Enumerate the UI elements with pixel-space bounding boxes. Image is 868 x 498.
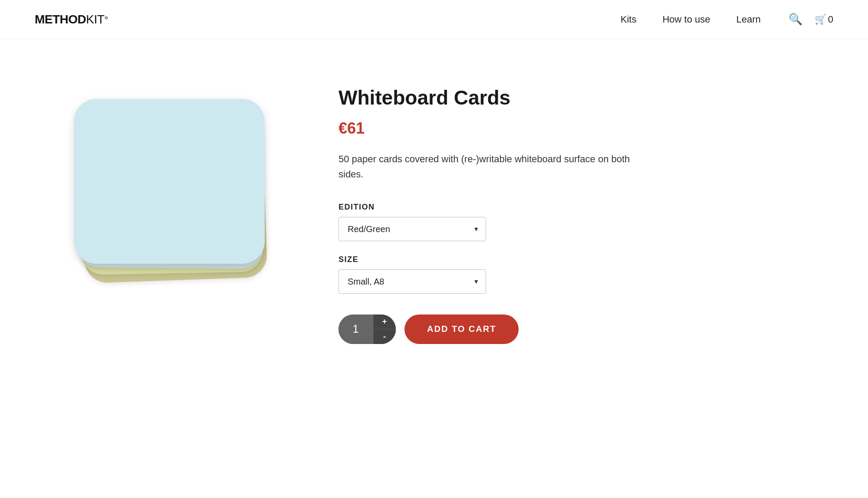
add-to-cart-button[interactable]: ADD TO CART bbox=[404, 315, 519, 344]
edition-label: EDITION bbox=[339, 203, 668, 212]
cart-count: 0 bbox=[828, 14, 833, 25]
add-to-cart-area: 1 + - ADD TO CART bbox=[339, 315, 668, 344]
minus-icon: - bbox=[383, 333, 386, 341]
card-layer-1 bbox=[74, 99, 265, 264]
search-button[interactable]: 🔍 bbox=[787, 11, 804, 28]
nav-kits[interactable]: Kits bbox=[621, 14, 637, 25]
nav-icons: 🔍 🛒 0 bbox=[787, 11, 833, 28]
product-title: Whiteboard Cards bbox=[339, 87, 668, 109]
site-logo[interactable]: METHODKIT° bbox=[35, 13, 108, 26]
quantity-buttons: + - bbox=[373, 315, 396, 344]
site-header: METHODKIT° Kits How to use Learn 🔍 🛒 0 bbox=[0, 0, 868, 39]
quantity-control: 1 + - bbox=[339, 315, 396, 344]
size-select[interactable]: Small, A8 Medium, A6 Large, A4 bbox=[339, 269, 486, 294]
quantity-decrease-button[interactable]: - bbox=[373, 329, 396, 344]
product-image-area bbox=[52, 74, 295, 291]
size-label: SIZE bbox=[339, 255, 668, 264]
main-nav: Kits How to use Learn 🔍 🛒 0 bbox=[621, 11, 833, 28]
main-content: Whiteboard Cards €61 50 paper cards cove… bbox=[0, 39, 781, 379]
plus-icon: + bbox=[382, 318, 387, 325]
product-image bbox=[74, 91, 273, 273]
edition-option-group: EDITION Red/Green Blue/Yellow Black/Whit… bbox=[339, 203, 668, 241]
logo-bold: METHOD bbox=[35, 13, 86, 26]
edition-select[interactable]: Red/Green Blue/Yellow Black/White bbox=[339, 217, 486, 241]
size-option-group: SIZE Small, A8 Medium, A6 Large, A4 ▼ bbox=[339, 255, 668, 294]
product-price: €61 bbox=[339, 119, 668, 138]
cart-icon: 🛒 bbox=[815, 14, 826, 25]
product-info: Whiteboard Cards €61 50 paper cards cove… bbox=[339, 74, 668, 344]
quantity-display: 1 bbox=[339, 315, 373, 344]
nav-how-to-use[interactable]: How to use bbox=[662, 14, 710, 25]
size-select-wrapper: Small, A8 Medium, A6 Large, A4 ▼ bbox=[339, 269, 486, 294]
quantity-increase-button[interactable]: + bbox=[373, 315, 396, 329]
cart-button[interactable]: 🛒 0 bbox=[815, 14, 833, 25]
nav-learn[interactable]: Learn bbox=[736, 14, 760, 25]
logo-degree: ° bbox=[104, 15, 108, 26]
search-icon: 🔍 bbox=[789, 13, 802, 26]
logo-light: KIT bbox=[86, 13, 104, 26]
edition-select-wrapper: Red/Green Blue/Yellow Black/White ▼ bbox=[339, 217, 486, 241]
product-description: 50 paper cards covered with (re-)writabl… bbox=[339, 151, 634, 182]
